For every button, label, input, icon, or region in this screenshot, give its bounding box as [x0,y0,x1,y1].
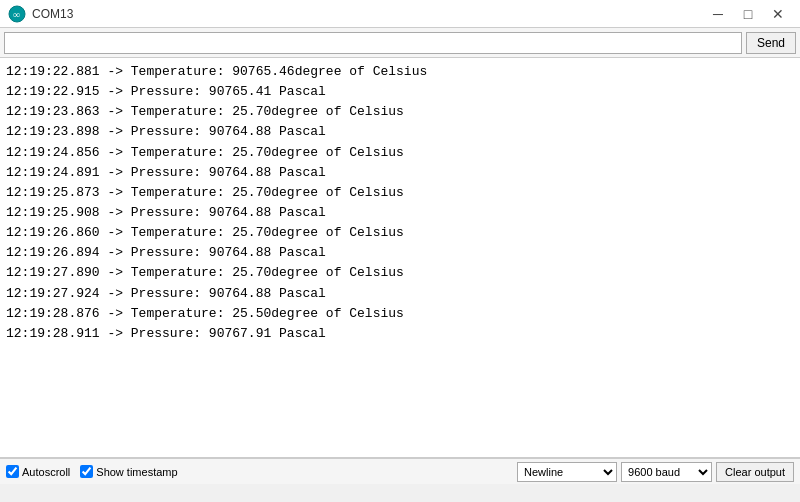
close-button[interactable]: ✕ [764,3,792,25]
log-line: 12:19:28.911 -> Pressure: 90767.91 Pasca… [6,324,794,344]
window-title: COM13 [32,7,704,21]
show-timestamp-label[interactable]: Show timestamp [80,465,177,478]
log-line: 12:19:22.915 -> Pressure: 90765.41 Pasca… [6,82,794,102]
log-line: 12:19:27.890 -> Temperature: 25.70degree… [6,263,794,283]
serial-input[interactable] [4,32,742,54]
status-bar: Autoscroll Show timestamp No line ending… [0,458,800,484]
svg-text:∞: ∞ [13,9,20,20]
autoscroll-label[interactable]: Autoscroll [6,465,70,478]
status-left: Autoscroll Show timestamp [6,465,509,478]
toolbar: Send [0,28,800,58]
clear-output-button[interactable]: Clear output [716,462,794,482]
show-timestamp-checkbox[interactable] [80,465,93,478]
log-line: 12:19:23.898 -> Pressure: 90764.88 Pasca… [6,122,794,142]
serial-output: 12:19:22.881 -> Temperature: 90765.46deg… [0,58,800,458]
autoscroll-checkbox[interactable] [6,465,19,478]
show-timestamp-text: Show timestamp [96,466,177,478]
log-line: 12:19:25.908 -> Pressure: 90764.88 Pasca… [6,203,794,223]
send-button[interactable]: Send [746,32,796,54]
autoscroll-text: Autoscroll [22,466,70,478]
log-line: 12:19:24.856 -> Temperature: 25.70degree… [6,143,794,163]
title-bar: ∞ COM13 ─ □ ✕ [0,0,800,28]
arduino-logo: ∞ [8,5,26,23]
log-line: 12:19:27.924 -> Pressure: 90764.88 Pasca… [6,284,794,304]
newline-select[interactable]: No line endingNewlineCarriage returnBoth… [517,462,617,482]
log-line: 12:19:24.891 -> Pressure: 90764.88 Pasca… [6,163,794,183]
log-line: 12:19:22.881 -> Temperature: 90765.46deg… [6,62,794,82]
minimize-button[interactable]: ─ [704,3,732,25]
window-controls: ─ □ ✕ [704,3,792,25]
log-line: 12:19:28.876 -> Temperature: 25.50degree… [6,304,794,324]
baud-select[interactable]: 300 baud1200 baud2400 baud4800 baud9600 … [621,462,712,482]
status-right: No line endingNewlineCarriage returnBoth… [517,462,794,482]
log-line: 12:19:26.860 -> Temperature: 25.70degree… [6,223,794,243]
log-line: 12:19:23.863 -> Temperature: 25.70degree… [6,102,794,122]
maximize-button[interactable]: □ [734,3,762,25]
log-line: 12:19:25.873 -> Temperature: 25.70degree… [6,183,794,203]
log-line: 12:19:26.894 -> Pressure: 90764.88 Pasca… [6,243,794,263]
